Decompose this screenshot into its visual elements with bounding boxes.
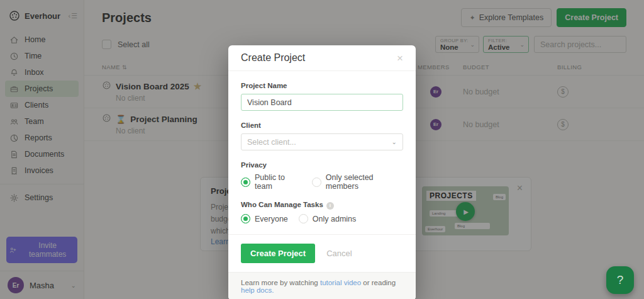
manage-tasks-options: Everyone Only admins: [241, 214, 403, 223]
radio-public-to-team[interactable]: Public to team: [241, 173, 301, 191]
help-button[interactable]: ?: [606, 266, 634, 294]
manage-tasks-label: Who Can Manage Tasksi: [241, 201, 403, 210]
modal-create-project-button[interactable]: Create Project: [241, 244, 315, 263]
radio-only-selected-members[interactable]: Only selected members: [312, 173, 403, 191]
client-select[interactable]: Select client... ⌄: [241, 133, 403, 150]
footer-text: or reading: [361, 279, 396, 286]
cancel-button[interactable]: Cancel: [326, 249, 352, 258]
chevron-down-icon: ⌄: [392, 138, 397, 145]
modal-footer: Learn more by watching tutorial video or…: [228, 272, 416, 299]
client-placeholder: Select client...: [247, 138, 296, 147]
help-docs-link[interactable]: help docs.: [241, 286, 274, 294]
radio-checked-icon: [241, 178, 250, 187]
modal-header: Create Project ×: [228, 45, 416, 71]
radio-unchecked-icon: [299, 214, 308, 223]
radio-label: Only selected members: [326, 173, 403, 191]
modal-title: Create Project: [241, 52, 397, 64]
privacy-label: Privacy: [241, 161, 403, 169]
tutorial-video-link[interactable]: tutorial video: [320, 279, 361, 286]
radio-label: Everyone: [255, 215, 288, 223]
project-name-label: Project Name: [241, 82, 403, 89]
radio-everyone[interactable]: Everyone: [241, 214, 288, 223]
privacy-options: Public to team Only selected members: [241, 173, 403, 191]
close-icon[interactable]: ×: [397, 53, 403, 64]
info-icon[interactable]: i: [326, 202, 334, 210]
footer-text: Learn more by watching: [241, 279, 320, 286]
modal-actions: Create Project Cancel: [228, 234, 416, 272]
project-name-input[interactable]: [241, 94, 403, 111]
radio-label: Only admins: [313, 215, 356, 223]
modal-body: Project Name Client Select client... ⌄ P…: [228, 71, 416, 223]
radio-unchecked-icon: [312, 178, 321, 187]
radio-checked-icon: [241, 214, 250, 223]
create-project-modal: Create Project × Project Name Client Sel…: [228, 45, 416, 299]
client-label: Client: [241, 121, 403, 129]
radio-only-admins[interactable]: Only admins: [299, 214, 356, 223]
radio-label: Public to team: [255, 173, 301, 191]
